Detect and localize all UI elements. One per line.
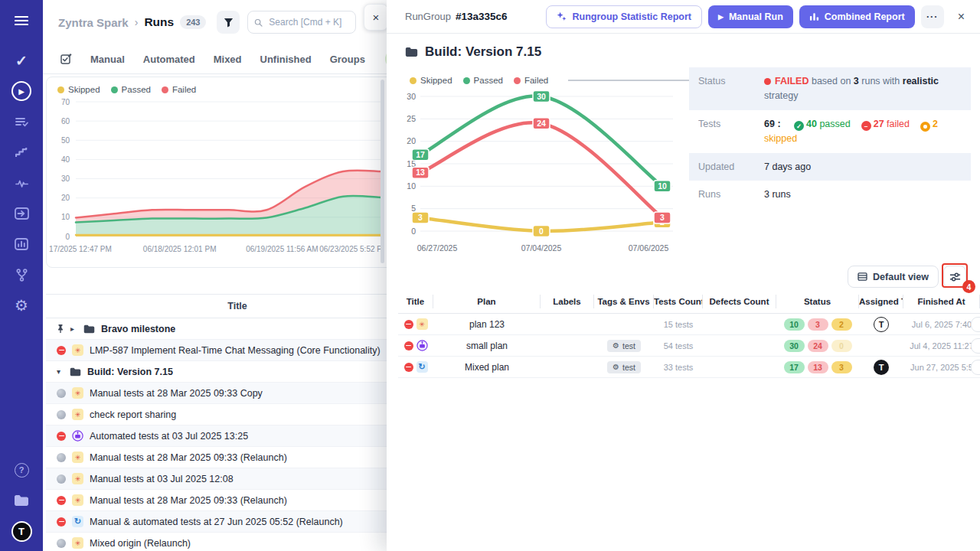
tab-groups[interactable]: Groups (330, 54, 365, 65)
analytics-icon[interactable] (11, 234, 31, 254)
search-box[interactable] (247, 11, 356, 34)
tab-manual[interactable]: Manual (90, 54, 125, 65)
user-avatar[interactable]: T (11, 521, 32, 542)
build-title-label: Build: Version 7.15 (425, 44, 541, 60)
steps-icon[interactable] (11, 142, 31, 162)
column-settings-button[interactable] (943, 266, 966, 288)
branches-icon[interactable] (11, 265, 31, 285)
line-chart-legend: SkippedPassedFailed (410, 76, 729, 85)
run-row[interactable]: ✳LMP-587 Implement Real-Time Chat Messag… (46, 340, 429, 361)
search-input[interactable] (267, 16, 349, 28)
legend-item-passed[interactable]: Passed (463, 76, 503, 85)
bar-chart-icon (809, 12, 819, 21)
tab-mixed[interactable]: Mixed (214, 54, 242, 65)
breadcrumb-section: Runs (144, 15, 174, 29)
run-row[interactable]: ✳Manual tests at 28 Mar 2025 09:33 Copy (46, 383, 429, 404)
run-row[interactable]: ✳Manual tests at 28 Mar 2025 09:33 (Rela… (46, 490, 429, 511)
more-options-button[interactable]: ··· (921, 5, 944, 28)
table-row[interactable]: ↻Mixed plan⚙test33 tests17133TJun 27, 20… (398, 357, 980, 378)
legend-item-passed[interactable]: Passed (111, 85, 151, 94)
column-header-labels[interactable]: Labels (541, 295, 594, 308)
tests-count: 15 tests (664, 320, 694, 329)
menu-icon[interactable] (11, 11, 31, 31)
column-header-status[interactable]: Status (776, 295, 859, 308)
run-row[interactable]: ✳check report sharing (46, 404, 429, 425)
filter-button[interactable] (217, 11, 240, 34)
row-actions-button[interactable] (971, 338, 980, 354)
runs-trend-chart: 01020304050607017/2025 12:47 PM06/18/202… (47, 94, 386, 258)
column-header-title[interactable]: Title (398, 295, 433, 308)
folder-icon (405, 47, 418, 57)
row-actions-button[interactable] (971, 360, 980, 375)
drawer-close-button[interactable]: × (953, 9, 969, 24)
default-view-button[interactable]: Default view (848, 266, 939, 288)
finished-at: Jun 27, 2025 5:5 (910, 363, 973, 372)
legend-item-failed[interactable]: Failed (514, 76, 548, 85)
status-failed-icon (404, 363, 413, 372)
manual-run-button[interactable]: ▶ Manual Run (708, 5, 793, 28)
projects-folder-icon[interactable] (11, 491, 31, 510)
plan-name[interactable]: Mixed plan (465, 362, 509, 373)
runs-label: Runs (698, 187, 764, 202)
plan-name[interactable]: plan 123 (469, 319, 505, 330)
legend-item-skipped[interactable]: Skipped (57, 85, 100, 94)
failed-pill: 13 (808, 361, 828, 373)
panel-close-button[interactable]: × (364, 4, 388, 31)
tab-unfinished[interactable]: Unfinished (260, 54, 312, 65)
expand-caret-icon[interactable]: ▸ (70, 324, 77, 333)
column-header-tests-count[interactable]: Tests Count (654, 295, 703, 308)
list-check-icon[interactable] (11, 112, 31, 132)
assignee-avatar[interactable]: T (874, 317, 889, 332)
table-row[interactable]: small plan⚙test54 tests30240Jul 4, 2025 … (398, 335, 980, 357)
status-neutral-icon (57, 474, 66, 484)
combined-report-button[interactable]: Combined Report (799, 5, 915, 28)
collapse-caret-icon[interactable]: ▾ (57, 367, 64, 376)
legend-items: SkippedPassedFailed (410, 76, 548, 85)
select-runs-icon[interactable] (60, 53, 72, 65)
folder-row[interactable]: ▾Build: Version 7.15 (46, 361, 429, 383)
status-failed-icon (57, 346, 66, 355)
column-header-defects-count[interactable]: Defects Count (703, 295, 776, 308)
help-icon[interactable]: ? (11, 460, 31, 480)
activity-icon[interactable] (11, 173, 31, 193)
run-row[interactable]: ↻Manual & automated tests at 27 Jun 2025… (46, 511, 429, 533)
breadcrumb-project[interactable]: Zyntra Spark (58, 16, 129, 29)
run-row[interactable]: ✳Mixed origin (Relaunch) (46, 533, 429, 551)
svg-text:50: 50 (61, 136, 70, 145)
rungroup-statistic-report-button[interactable]: Rungroup Statistic Report (546, 5, 702, 28)
scrollbar[interactable] (381, 80, 384, 263)
column-header-tags-envs[interactable]: Tags & Envs (594, 295, 654, 308)
table-row[interactable]: ✳plan 12315 tests1032TJul 6, 2025 7:40 (398, 314, 980, 335)
run-row[interactable]: ✳Manual tests at 28 Mar 2025 09:33 (Rela… (46, 447, 429, 468)
row-actions-button[interactable] (971, 317, 980, 332)
runs-play-icon[interactable]: ▶ (11, 81, 31, 101)
column-header-plan[interactable]: Plan (433, 295, 541, 308)
skipped-dot-icon (920, 122, 930, 132)
check-icon[interactable]: ✓ (11, 51, 31, 70)
column-header-assigned-to[interactable]: Assigned To (859, 295, 903, 308)
assignee-avatar[interactable]: T (874, 360, 889, 375)
settings-gear-icon[interactable]: ⚙ (11, 295, 31, 315)
svg-text:06/27/2025: 06/27/2025 (417, 243, 458, 253)
run-row[interactable]: Automated tests at 03 Jul 2025 13:25 (46, 425, 429, 447)
milestone-row[interactable]: ▸Bravo milestone (46, 318, 429, 340)
detail-row-tests: Tests 69 : ✓40 passed−27 failed2 skipped (689, 110, 971, 153)
drawer-actions: Rungroup Statistic Report ▶ Manual Run C… (546, 5, 969, 28)
run-row[interactable]: ✳Manual tests at 03 Jul 2025 12:08 (46, 468, 429, 490)
tests-value: 69 : ✓40 passed−27 failed2 skipped (764, 117, 962, 146)
milestone-title: Bravo milestone (101, 324, 175, 334)
legend-item-skipped[interactable]: Skipped (410, 76, 452, 85)
legend-item-failed[interactable]: Failed (162, 85, 196, 94)
svg-text:17: 17 (416, 150, 425, 159)
column-header-finished-at[interactable]: Finished At (903, 295, 980, 308)
runs-value: 3 runs (764, 187, 962, 202)
folder-icon (70, 367, 81, 377)
table-body: ✳plan 12315 tests1032TJul 6, 2025 7:40sm… (398, 314, 980, 378)
status-label: Status (698, 74, 764, 103)
tests-count: 54 tests (664, 341, 694, 350)
import-icon[interactable] (11, 204, 31, 223)
gear-icon: ⚙ (612, 363, 619, 371)
tab-automated[interactable]: Automated (143, 54, 195, 65)
passed-pill: 30 (784, 340, 805, 352)
plan-name[interactable]: small plan (466, 341, 508, 351)
